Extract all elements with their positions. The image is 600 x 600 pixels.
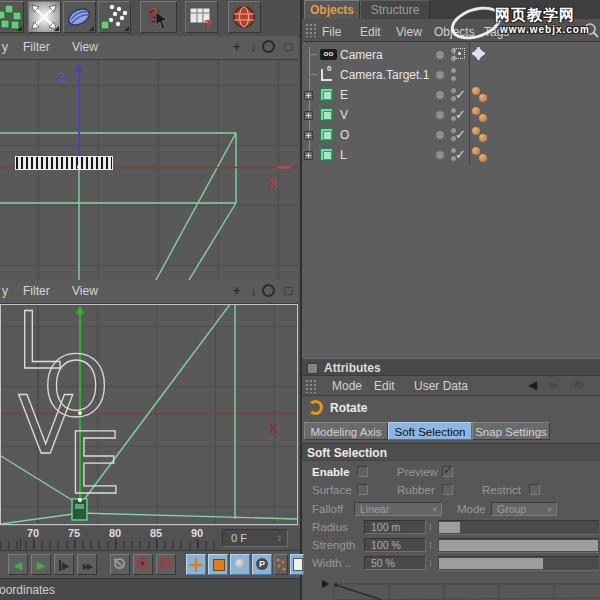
layer-dot[interactable]	[436, 151, 444, 159]
section-header[interactable]: Soft Selection	[302, 443, 600, 461]
menu-filter[interactable]: Filter	[23, 40, 50, 54]
expand-icon[interactable]	[304, 151, 313, 160]
tag-orange[interactable]	[479, 134, 487, 142]
visibility-render-dot[interactable]	[451, 76, 456, 81]
key-rotation-button[interactable]	[230, 554, 250, 575]
expand-icon[interactable]	[304, 111, 313, 120]
stepper-icon[interactable]: ↕	[428, 557, 433, 568]
tab-snap-settings[interactable]: Snap Settings	[472, 422, 550, 440]
visibility-editor-dot[interactable]	[451, 68, 456, 73]
falloff-curve-graph[interactable]	[302, 576, 600, 600]
record-disabled-button[interactable]	[110, 554, 130, 575]
layer-dot[interactable]	[436, 71, 444, 79]
maximize-icon[interactable]: □	[281, 39, 296, 54]
restrict-checkbox[interactable]	[529, 484, 540, 495]
grip-icon[interactable]	[305, 23, 316, 37]
stepper-icon[interactable]: ↕	[277, 532, 282, 543]
document-mode-button[interactable]	[290, 554, 304, 575]
viewport-front[interactable]: L O V E X	[0, 304, 298, 525]
object-name[interactable]: E	[340, 88, 348, 102]
key-scale-button[interactable]	[208, 554, 228, 575]
tag-orange[interactable]	[472, 147, 480, 155]
mode-dropdown[interactable]: Group▼	[491, 502, 557, 516]
tag-orange[interactable]	[479, 114, 487, 122]
object-name[interactable]: O	[340, 128, 349, 142]
menu-tags[interactable]: Tags	[484, 25, 509, 39]
magnet-tool-button[interactable]	[28, 1, 61, 33]
tag-orange[interactable]	[479, 154, 487, 162]
history-forward-icon[interactable]: ▶	[550, 378, 559, 392]
record-question-button[interactable]: ?	[156, 554, 176, 575]
pan-icon[interactable]: +	[229, 283, 244, 298]
tag-orange[interactable]	[479, 94, 487, 102]
tab-soft-selection[interactable]: Soft Selection	[388, 422, 472, 440]
tag-orange[interactable]	[472, 127, 480, 135]
timeline-ruler[interactable]: 70 75 80 85 90 0 F ↕	[0, 525, 300, 551]
enabled-check-icon[interactable]: ✓	[455, 107, 466, 122]
tab-structure[interactable]: Structure	[360, 0, 430, 19]
menu-mode[interactable]: Mode	[332, 379, 362, 393]
falloff-dropdown[interactable]: Linear▼	[354, 502, 442, 516]
attributes-header[interactable]: Attributes	[302, 358, 600, 376]
enable-checkbox[interactable]	[357, 466, 368, 477]
object-name[interactable]: V	[340, 108, 348, 122]
rubber-checkbox[interactable]	[442, 484, 453, 495]
radius-field[interactable]: 100 m	[364, 520, 426, 534]
rotate-view-icon[interactable]	[262, 284, 275, 297]
rotate-view-icon[interactable]	[262, 40, 275, 53]
menu-display[interactable]: y	[2, 284, 8, 298]
tree-row-camera-target[interactable]: Camera.Target.1	[302, 65, 600, 85]
stepper-icon[interactable]: ↕	[428, 539, 433, 550]
object-name[interactable]: Camera	[340, 48, 383, 62]
tag-orange[interactable]	[472, 87, 480, 95]
menu-edit[interactable]: Edit	[360, 25, 381, 39]
layer-dot[interactable]	[436, 111, 444, 119]
play-next-frame-button[interactable]: ▶	[54, 554, 74, 575]
stepper-icon[interactable]: ↕	[428, 521, 433, 532]
zoom-icon[interactable]: ↓	[246, 283, 261, 298]
menu-file[interactable]: File	[322, 25, 341, 39]
array-tool-button[interactable]	[0, 1, 24, 33]
expand-icon[interactable]	[304, 131, 313, 140]
tree-row-o[interactable]: O ✓	[302, 125, 600, 145]
search-icon[interactable]	[583, 22, 599, 39]
viewport-top[interactable]: Z X	[0, 60, 298, 280]
goto-prev-key-button[interactable]: ◀	[8, 554, 28, 575]
tab-modeling-axis[interactable]: Modeling Axis	[304, 422, 388, 440]
target-state-icon[interactable]	[454, 48, 465, 59]
tab-objects[interactable]: Objects	[304, 0, 360, 19]
preview-checkbox[interactable]: ✓	[442, 466, 453, 477]
object-name[interactable]: L	[340, 148, 347, 162]
layer-dot[interactable]	[436, 91, 444, 99]
menu-view[interactable]: View	[396, 25, 422, 39]
maximize-icon[interactable]: □	[281, 283, 296, 298]
love-text-edge-on[interactable]	[15, 156, 113, 170]
surface-checkbox[interactable]	[357, 484, 368, 495]
expand-icon[interactable]	[304, 91, 313, 100]
record-active-button[interactable]	[133, 554, 153, 575]
layer-dot[interactable]	[436, 51, 444, 59]
zoom-icon[interactable]: ↓	[246, 39, 261, 54]
strength-slider[interactable]	[438, 538, 599, 553]
width-slider[interactable]	[438, 556, 599, 571]
lock-icon[interactable]	[574, 380, 584, 390]
pan-icon[interactable]: +	[229, 39, 244, 54]
command-help-button[interactable]: ?	[185, 1, 218, 33]
camera-tag-icon[interactable]	[472, 47, 485, 60]
tree-row-camera[interactable]: Camera	[302, 45, 600, 65]
online-help-button[interactable]	[228, 1, 261, 33]
grip-icon[interactable]	[305, 379, 316, 393]
key-parameter-button[interactable]: P	[252, 554, 272, 575]
radius-slider[interactable]	[438, 520, 599, 535]
brush-tool-button[interactable]	[63, 1, 96, 33]
tree-row-e[interactable]: E ✓	[302, 85, 600, 105]
goto-end-button[interactable]: ▶▶	[77, 554, 97, 575]
menu-display[interactable]: y	[2, 40, 8, 54]
menu-view[interactable]: View	[72, 40, 98, 54]
enabled-check-icon[interactable]: ✓	[455, 87, 466, 102]
strength-field[interactable]: 100 %	[364, 538, 426, 552]
menu-user-data[interactable]: User Data	[414, 379, 468, 393]
menu-view[interactable]: View	[72, 284, 98, 298]
menu-edit[interactable]: Edit	[374, 379, 395, 393]
help-button[interactable]: ?	[140, 1, 177, 33]
